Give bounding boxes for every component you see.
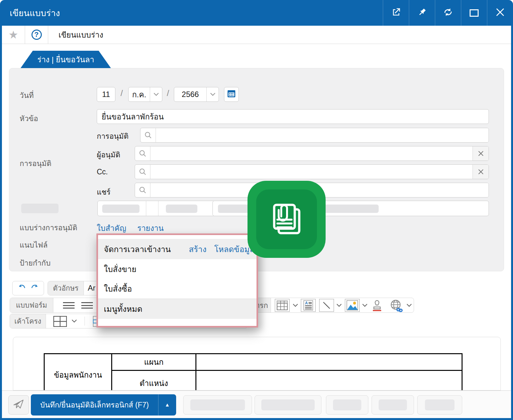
chevron-down-icon[interactable] [293,302,298,308]
department-label-cell: แผนก [112,354,196,371]
maximize-button[interactable] [461,0,487,26]
menu-item-all-menus[interactable]: เมนูทั้งหมด [98,299,256,319]
chevron-down-icon[interactable] [206,87,219,101]
skeleton-field-group [97,201,215,216]
maximize-icon [470,9,479,17]
window-border [0,26,2,420]
placeholder-button[interactable] [183,395,252,415]
menu-item-label: จัดการเวลาเข้างาน [104,243,171,256]
undo-icon[interactable] [18,284,26,293]
chevron-down-icon[interactable] [337,302,342,308]
placeholder-button[interactable] [326,395,368,415]
placeholder-button[interactable] [372,395,414,415]
align-justify-icon[interactable] [63,302,75,309]
save-submit-button[interactable]: บันทึก/ยื่นอนุมัติอิเล็กทรอนิกส์ (F7) ▲ [31,394,176,416]
calendar-icon [227,89,236,100]
chevron-down-icon[interactable] [72,318,77,324]
subject-input[interactable]: ยื่นขอวันลาพักร้อน [97,109,489,124]
font-group-label: ตัวอักษร [48,281,84,295]
web-link-button[interactable] [389,299,403,313]
department-value-cell[interactable] [196,354,462,371]
approval-search-input[interactable] [156,128,489,142]
tab-label: ร่าง | ยื่นขอวันลา [37,53,94,66]
employee-info-table: ข้อมูลพนักงาน แผนก ตำแหน่ง [44,353,463,390]
cc-search-input[interactable] [150,165,473,179]
date-year-select[interactable]: 2566 [174,87,219,102]
approval-search-field[interactable] [140,128,489,143]
insert-table-button[interactable] [275,299,290,312]
refresh-button[interactable] [435,0,461,26]
placeholder-button[interactable] [417,395,462,415]
report-link[interactable]: รายงาน [137,222,164,234]
clear-button[interactable] [473,165,489,179]
layout-group-label: เค้าโครง [10,314,46,328]
divider [146,201,146,216]
chevron-down-icon[interactable] [407,302,412,308]
approver-search-field[interactable] [135,146,489,161]
skeleton-value [166,205,197,213]
menu-item-label: ใบสั่งขาย [104,263,136,276]
date-separator-2: / [167,88,169,98]
redo-icon[interactable] [31,284,39,293]
window-border [511,26,513,420]
search-icon [135,165,150,179]
cc-search-field[interactable] [135,164,489,179]
date-separator-1: / [121,88,123,98]
close-icon [496,8,505,18]
font-name-select[interactable]: Ar [88,284,95,293]
open-external-button[interactable] [383,0,409,26]
date-month-select[interactable]: ก.ค. [128,87,162,102]
attachment-note-badge [248,181,326,258]
menu-item-label: ใบสั่งซื้อ [104,282,132,295]
insert-textbox-button[interactable]: A [301,299,316,312]
chevron-down-icon[interactable] [362,302,367,308]
date-label: วันที่ [20,90,34,101]
draft-approval-label: แบบร่างการอนุมัติ [20,222,77,233]
help-button[interactable]: ? [25,26,48,44]
voucher-link[interactable]: ใบสำคัญ [97,222,126,234]
approver-search-input[interactable] [150,146,473,161]
skeleton-label [21,204,59,213]
approval-row-label: การอนุมัติ [97,130,129,142]
date-year-value: 2566 [174,87,206,101]
help-icon: ? [32,30,42,40]
search-icon [135,146,150,161]
clear-button[interactable] [473,146,489,161]
menu-spacer [98,235,256,239]
paper-plane-icon [13,399,24,411]
insert-image-button[interactable] [345,299,360,312]
divider [85,317,85,326]
position-value-cell[interactable] [196,371,462,391]
subject-label: หัวข้อ [20,113,38,124]
open-external-icon [391,7,401,18]
insert-dropdown-menu: จัดการเวลาเข้างาน สร้าง โหลดข้อมูล ใบสั่… [96,233,258,328]
cc-row-label: Cc. [97,168,108,176]
tag-label: ป้ายกำกับ [20,257,50,269]
approver-row-label: ผู้อนุมัติ [97,149,120,161]
close-button[interactable] [487,0,513,26]
menu-item-sales-order[interactable]: ใบสั่งขาย [98,259,256,279]
calendar-picker-button[interactable] [224,87,239,102]
favorite-button[interactable]: ★ [2,26,25,44]
layout-grid-button[interactable] [53,316,67,328]
attach-file-label: แนบไฟล์ [20,239,48,251]
page-title: เขียนแบบร่าง [48,29,103,41]
insert-line-button[interactable] [319,299,334,312]
search-icon [135,183,150,197]
chevron-down-icon[interactable] [150,87,162,101]
date-day-input[interactable]: 11 [97,87,115,102]
titlebar: เขียนแบบร่าง [0,0,513,26]
pin-button[interactable] [409,0,435,26]
undo-redo-group [12,281,44,295]
tab-draft-leave-request[interactable]: ร่าง | ยื่นขอวันลา [21,51,111,68]
menu-item-purchase-order[interactable]: ใบสั่งซื้อ [98,279,256,299]
placeholder-button[interactable] [255,395,321,415]
send-button[interactable] [8,395,29,415]
menu-item-time-attendance[interactable]: จัดการเวลาเข้างาน สร้าง โหลดข้อมูล [98,239,256,259]
align-lines-icon[interactable] [81,302,93,309]
chevron-up-icon[interactable]: ▲ [158,394,176,416]
create-link[interactable]: สร้าง [189,243,206,256]
app-window: เขียนแบบร่าง ★ [0,0,513,420]
stamp-button[interactable] [371,299,383,313]
skeleton-value [102,205,140,213]
